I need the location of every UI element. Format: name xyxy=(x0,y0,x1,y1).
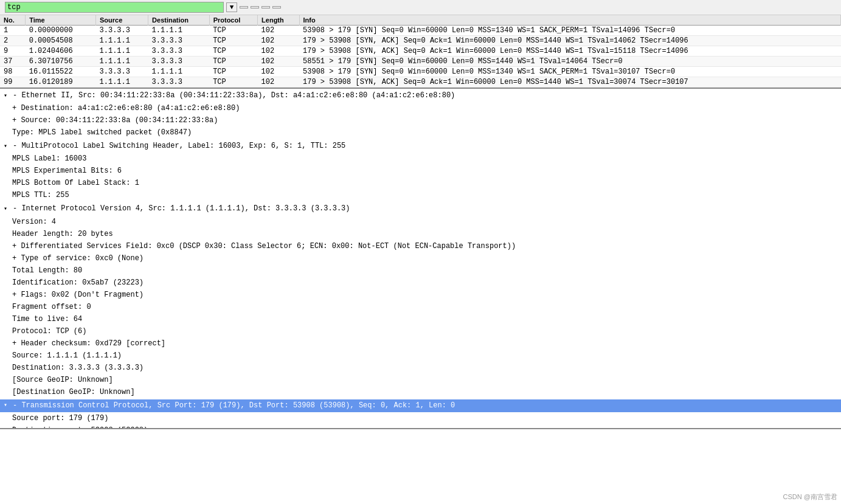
cell-length: 102 xyxy=(258,26,299,36)
col-no[interactable]: No. xyxy=(0,15,26,26)
detail-line[interactable]: MPLS Label: 16003 xyxy=(0,153,841,165)
expression-button[interactable] xyxy=(240,6,248,9)
cell-no: 1 xyxy=(0,26,26,36)
cell-source: 1.1.1.1 xyxy=(96,46,148,57)
col-destination[interactable]: Destination xyxy=(148,15,210,26)
section-header-text-mpls: - MultiProtocol Label Switching Header, … xyxy=(13,140,345,152)
table-row[interactable]: 91.024046061.1.1.13.3.3.3TCP102179 > 539… xyxy=(0,46,841,57)
cell-no: 9 xyxy=(0,46,26,57)
cell-destination: 3.3.3.3 xyxy=(148,57,210,67)
cell-source: 3.3.3.3 xyxy=(96,26,148,36)
table-row[interactable]: 376.307107561.1.1.13.3.3.3TCP10258551 > … xyxy=(0,57,841,67)
packet-tbody: 10.000000003.3.3.31.1.1.1TCP10253908 > 1… xyxy=(0,26,841,88)
cell-info: 58551 > 179 [SYN] Seq=0 Win=60000 Len=0 … xyxy=(299,57,840,67)
save-button[interactable] xyxy=(272,6,281,9)
table-header-row: No. Time Source Destination Protocol Len… xyxy=(0,15,841,26)
cell-info: 53908 > 179 [SYN] Seq=0 Win=60000 Len=0 … xyxy=(299,26,840,36)
col-source[interactable]: Source xyxy=(96,15,148,26)
expand-icon-ethernet: ▾ xyxy=(4,91,11,101)
cell-protocol: TCP xyxy=(209,77,257,88)
section-header-ip[interactable]: ▾- Internet Protocol Version 4, Src: 1.1… xyxy=(0,202,841,215)
cell-destination: 1.1.1.1 xyxy=(148,67,210,77)
cell-length: 102 xyxy=(258,57,299,67)
col-protocol[interactable]: Protocol xyxy=(209,15,257,26)
detail-line[interactable]: Source: 1.1.1.1 (1.1.1.1) xyxy=(0,350,841,362)
detail-line[interactable]: Destination port: 53908 (53908) xyxy=(0,424,841,429)
cell-info: 53908 > 179 [SYN] Seq=0 Win=60000 Len=0 … xyxy=(299,67,840,77)
table-row[interactable]: 10.000000003.3.3.31.1.1.1TCP10253908 > 1… xyxy=(0,26,841,36)
cell-protocol: TCP xyxy=(209,36,257,46)
detail-line[interactable]: MPLS TTL: 255 xyxy=(0,189,841,201)
cell-no: 99 xyxy=(0,77,26,88)
cell-info: 179 > 53908 [SYN, ACK] Seq=0 Ack=1 Win=6… xyxy=(299,77,840,88)
cell-info: 179 > 53908 [SYN, ACK] Seq=0 Ack=1 Win=6… xyxy=(299,36,840,46)
detail-line[interactable]: Type: MPLS label switched packet (0x8847… xyxy=(0,126,841,139)
detail-section-mpls: ▾- MultiProtocol Label Switching Header,… xyxy=(0,139,841,202)
cell-time: 0.00054508 xyxy=(26,36,96,46)
cell-protocol: TCP xyxy=(209,46,257,57)
detail-section-ip: ▾- Internet Protocol Version 4, Src: 1.1… xyxy=(0,202,841,398)
detail-line[interactable]: Identification: 0x5ab7 (23223) xyxy=(0,277,841,289)
cell-time: 6.30710756 xyxy=(26,57,96,67)
detail-line[interactable]: MPLS Bottom Of Label Stack: 1 xyxy=(0,177,841,189)
detail-line[interactable]: + Flags: 0x02 (Don't Fragment) xyxy=(0,289,841,301)
detail-line[interactable]: Total Length: 80 xyxy=(0,264,841,277)
col-info[interactable]: Info xyxy=(299,15,840,26)
detail-line[interactable]: Source port: 179 (179) xyxy=(0,412,841,424)
expand-icon-tcp: ▾ xyxy=(4,401,11,410)
cell-source: 3.3.3.3 xyxy=(96,67,148,77)
detail-line[interactable]: + Differentiated Services Field: 0xc0 (D… xyxy=(0,240,841,252)
detail-line[interactable]: + Source: 00:34:11:22:33:8a (00:34:11:22… xyxy=(0,114,841,126)
section-header-tcp[interactable]: ▾- Transmission Control Protocol, Src Po… xyxy=(0,399,841,412)
cell-time: 1.02404606 xyxy=(26,46,96,57)
cell-length: 102 xyxy=(258,36,299,46)
cell-protocol: TCP xyxy=(209,57,257,67)
filter-input[interactable] xyxy=(5,2,224,13)
detail-line[interactable]: [Destination GeoIP: Unknown] xyxy=(0,386,841,398)
col-length[interactable]: Length xyxy=(258,15,299,26)
table-row[interactable]: 20.000545081.1.1.13.3.3.3TCP102179 > 539… xyxy=(0,36,841,46)
apply-button[interactable] xyxy=(261,6,270,9)
detail-section-tcp: ▾- Transmission Control Protocol, Src Po… xyxy=(0,399,841,429)
detail-line[interactable]: Protocol: TCP (6) xyxy=(0,325,841,337)
cell-source: 1.1.1.1 xyxy=(96,77,148,88)
cell-info: 179 > 53908 [SYN, ACK] Seq=0 Ack=1 Win=6… xyxy=(299,46,840,57)
detail-pane: ▾- Ethernet II, Src: 00:34:11:22:33:8a (… xyxy=(0,89,841,429)
cell-source: 1.1.1.1 xyxy=(96,57,148,67)
detail-line[interactable]: [Source GeoIP: Unknown] xyxy=(0,374,841,386)
cell-destination: 3.3.3.3 xyxy=(148,36,210,46)
section-header-text-ethernet: - Ethernet II, Src: 00:34:11:22:33:8a (0… xyxy=(13,90,455,102)
table-row[interactable]: 9816.01155223.3.3.31.1.1.1TCP10253908 > … xyxy=(0,67,841,77)
detail-line[interactable]: MPLS Experimental Bits: 6 xyxy=(0,165,841,177)
expand-icon-ip: ▾ xyxy=(4,204,11,214)
detail-line[interactable]: Destination: 3.3.3.3 (3.3.3.3) xyxy=(0,362,841,374)
detail-line[interactable]: + Header checksum: 0xd729 [correct] xyxy=(0,337,841,350)
detail-line[interactable]: Version: 4 xyxy=(0,216,841,228)
detail-line[interactable]: Fragment offset: 0 xyxy=(0,301,841,313)
watermark: CSDN @南宫雪君 xyxy=(783,492,837,502)
filter-dropdown-arrow[interactable]: ▼ xyxy=(226,2,237,12)
cell-no: 98 xyxy=(0,67,26,77)
cell-protocol: TCP xyxy=(209,26,257,36)
clear-button[interactable] xyxy=(251,6,259,9)
cell-length: 102 xyxy=(258,67,299,77)
section-header-mpls[interactable]: ▾- MultiProtocol Label Switching Header,… xyxy=(0,140,841,153)
cell-destination: 1.1.1.1 xyxy=(148,26,210,36)
col-time[interactable]: Time xyxy=(26,15,96,26)
detail-line[interactable]: + Type of service: 0xc0 (None) xyxy=(0,252,841,264)
packet-table: No. Time Source Destination Protocol Len… xyxy=(0,15,841,88)
detail-section-ethernet: ▾- Ethernet II, Src: 00:34:11:22:33:8a (… xyxy=(0,89,841,139)
cell-source: 1.1.1.1 xyxy=(96,36,148,46)
cell-no: 37 xyxy=(0,57,26,67)
section-header-ethernet[interactable]: ▾- Ethernet II, Src: 00:34:11:22:33:8a (… xyxy=(0,89,841,102)
detail-line[interactable]: + Destination: a4:a1:c2:e6:e8:80 (a4:a1:… xyxy=(0,102,841,114)
detail-line[interactable]: Header length: 20 bytes xyxy=(0,228,841,240)
expand-icon-mpls: ▾ xyxy=(4,142,11,151)
filter-bar: ▼ xyxy=(0,0,841,15)
cell-length: 102 xyxy=(258,77,299,88)
cell-destination: 3.3.3.3 xyxy=(148,46,210,57)
cell-destination: 3.3.3.3 xyxy=(148,77,210,88)
section-header-text-ip: - Internet Protocol Version 4, Src: 1.1.… xyxy=(13,203,350,215)
table-row[interactable]: 9916.01201891.1.1.13.3.3.3TCP102179 > 53… xyxy=(0,77,841,88)
detail-line[interactable]: Time to live: 64 xyxy=(0,313,841,325)
